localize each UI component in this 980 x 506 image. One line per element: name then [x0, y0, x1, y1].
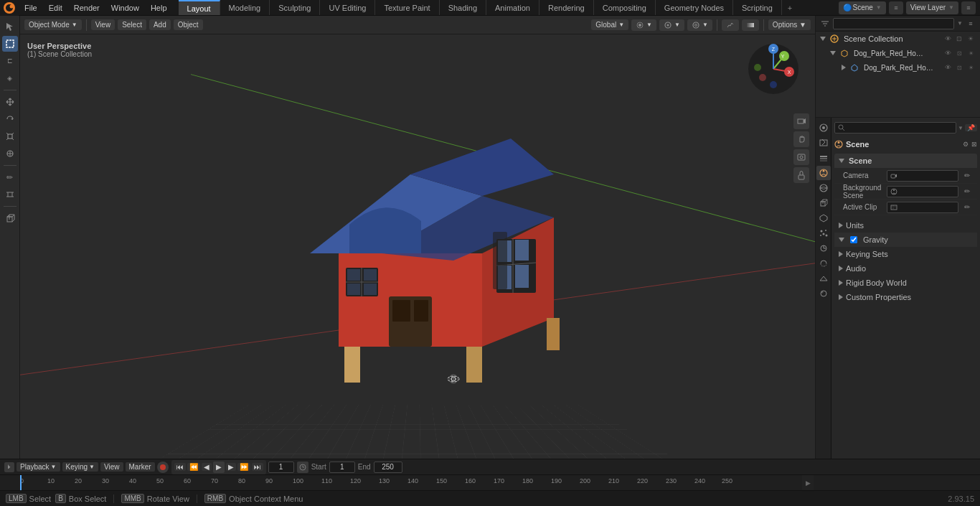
constraints-props-btn[interactable] — [816, 256, 831, 271]
tab-uv-editing[interactable]: UV Editing — [320, 0, 375, 15]
options-btn[interactable]: Options ▼ — [768, 19, 811, 30]
scene-section-header[interactable]: Scene — [834, 154, 977, 168]
keying-sets-section[interactable]: Keying Sets — [834, 247, 977, 261]
render-props-btn[interactable] — [816, 121, 831, 135]
eye-restrict[interactable]: 👁 — [943, 34, 953, 44]
view-menu-btn[interactable]: View — [91, 19, 116, 30]
scene-props-btn[interactable] — [816, 166, 831, 180]
output-props-btn[interactable] — [816, 136, 831, 150]
mesh-select[interactable]: ⊡ — [954, 62, 964, 72]
bg-scene-value-field[interactable] — [887, 186, 958, 197]
tab-animation[interactable]: Animation — [486, 0, 540, 15]
active-clip-edit-btn[interactable]: ✏ — [961, 202, 973, 212]
outliner-filter-btn[interactable] — [819, 17, 831, 30]
jump-end-btn[interactable]: ⏭ — [252, 463, 263, 471]
object-menu-btn[interactable]: Object — [174, 19, 203, 30]
snap-btn[interactable]: ▼ — [659, 19, 684, 31]
custom-properties-section[interactable]: Custom Properties — [834, 290, 977, 304]
cursor-tool[interactable] — [2, 19, 18, 34]
tab-texture-paint[interactable]: Texture Paint — [375, 0, 439, 15]
pivot-point-btn[interactable]: ▼ — [631, 19, 656, 31]
camera-settings-btn[interactable] — [793, 149, 809, 165]
end-frame-field[interactable]: 250 — [374, 462, 402, 473]
audio-section[interactable]: Audio — [834, 261, 977, 276]
record-btn[interactable] — [157, 462, 169, 473]
menu-render[interactable]: Render — [68, 0, 105, 15]
outliner-search[interactable] — [833, 18, 954, 29]
gizmo[interactable]: Y X Z — [745, 40, 802, 98]
prev-keyframe-btn[interactable]: ⏪ — [187, 463, 200, 471]
particles-props-btn[interactable] — [816, 226, 831, 240]
next-keyframe-btn[interactable]: ⏩ — [237, 463, 250, 471]
next-frame-btn[interactable]: ▶ — [226, 463, 236, 471]
scale-tool[interactable] — [2, 128, 18, 144]
camera-view-btn[interactable] — [793, 113, 809, 129]
rigid-body-world-section[interactable]: Rigid Body World — [834, 276, 977, 290]
scene-selector[interactable]: 🔵 Scene ▼ — [839, 1, 886, 14]
tab-shading[interactable]: Shading — [440, 0, 486, 15]
item-eye[interactable]: 👁 — [943, 48, 953, 58]
tab-scripting[interactable]: Scripting — [733, 0, 782, 15]
current-frame-field[interactable]: 1 — [268, 462, 294, 473]
graph-btn[interactable] — [722, 19, 739, 31]
view-btn[interactable]: View — [100, 462, 123, 472]
bg-scene-edit-btn[interactable]: ✏ — [961, 187, 973, 197]
scrubber-scroll-right[interactable]: ▶ — [802, 475, 814, 490]
frame-scrubber[interactable]: 0 10 20 30 40 50 60 70 80 90 100 110 120… — [0, 474, 980, 490]
extra-select-tool[interactable]: ◈ — [2, 70, 18, 86]
viewlayer-options-btn[interactable]: ≡ — [961, 1, 976, 14]
outliner-settings-btn[interactable]: ≡ — [964, 17, 977, 30]
gradient-btn[interactable] — [742, 19, 759, 31]
data-props-btn[interactable] — [816, 271, 831, 286]
move-tool[interactable] — [2, 94, 18, 110]
tab-modeling[interactable]: Modeling — [220, 0, 270, 15]
lasso-select-tool[interactable]: ⊏ — [2, 53, 18, 69]
outliner-item-mesh[interactable]: Dog_Park_Red_House 👁 ⊡ ☀ — [816, 60, 980, 75]
active-clip-value-field[interactable] — [887, 202, 958, 213]
world-props-btn[interactable] — [816, 181, 831, 195]
item-select[interactable]: ⊡ — [954, 48, 964, 58]
material-props-btn[interactable] — [816, 286, 831, 301]
tab-geometry-nodes[interactable]: Geometry Nodes — [656, 0, 733, 15]
add-cube-tool[interactable] — [2, 210, 18, 226]
outliner-scene-collection[interactable]: Scene Collection 👁 ⊡ ☀ — [816, 32, 980, 46]
rotate-tool[interactable] — [2, 111, 18, 127]
tab-sculpting[interactable]: Sculpting — [270, 0, 320, 15]
props-options-btn[interactable]: ⚙ — [963, 141, 969, 148]
play-btn[interactable]: ▶ — [213, 462, 225, 473]
scrubber-track[interactable]: 0 10 20 30 40 50 60 70 80 90 100 110 120… — [20, 475, 815, 490]
mesh-render[interactable]: ☀ — [966, 62, 976, 72]
prev-frame-btn[interactable]: ◀ — [202, 463, 212, 471]
outliner-item-collection[interactable]: Dog_Park_Red_House_001 👁 ⊡ ☀ — [816, 46, 980, 60]
jump-start-btn[interactable]: ⏮ — [174, 463, 186, 471]
item-render[interactable]: ☀ — [966, 48, 976, 58]
select-tool[interactable] — [2, 36, 18, 52]
props-filter-btn[interactable]: ▼ — [958, 125, 963, 131]
menu-window[interactable]: Window — [105, 0, 145, 15]
measure-tool[interactable] — [2, 187, 18, 202]
global-transform-btn[interactable]: Global ▼ — [591, 19, 628, 30]
playback-btn[interactable]: Playback ▼ — [17, 462, 60, 472]
camera-value-field[interactable] — [887, 170, 958, 182]
hand-tool-btn[interactable] — [793, 131, 809, 147]
object-mode-btn[interactable]: Object Mode ▼ — [24, 19, 82, 30]
menu-file[interactable]: File — [19, 0, 43, 15]
units-section[interactable]: Units — [834, 218, 977, 233]
modifier-props-btn[interactable] — [816, 211, 831, 225]
transform-tool[interactable] — [2, 146, 18, 161]
tab-rendering[interactable]: Rendering — [540, 0, 594, 15]
gravity-checkbox[interactable] — [850, 236, 857, 243]
mesh-eye[interactable]: 👁 — [943, 62, 953, 72]
3d-viewport[interactable]: User Perspective (1) Scene Collection — [20, 34, 815, 459]
start-frame-field[interactable]: 1 — [329, 462, 355, 473]
lock-view-btn[interactable] — [793, 167, 809, 183]
select-restrict[interactable]: ⊡ — [954, 34, 964, 44]
tab-compositing[interactable]: Compositing — [594, 0, 656, 15]
viewlayer-selector[interactable]: View Layer ▼ — [906, 1, 958, 14]
keying-btn[interactable]: Keying ▼ — [62, 462, 99, 472]
viewlayer-props-btn[interactable] — [816, 151, 831, 165]
props-collapse-btn[interactable]: ⊠ — [971, 141, 977, 148]
frame-timer-btn[interactable] — [297, 462, 308, 473]
proportional-edit-btn[interactable]: ▼ — [687, 19, 712, 31]
add-workspace-btn[interactable]: + — [782, 4, 798, 12]
